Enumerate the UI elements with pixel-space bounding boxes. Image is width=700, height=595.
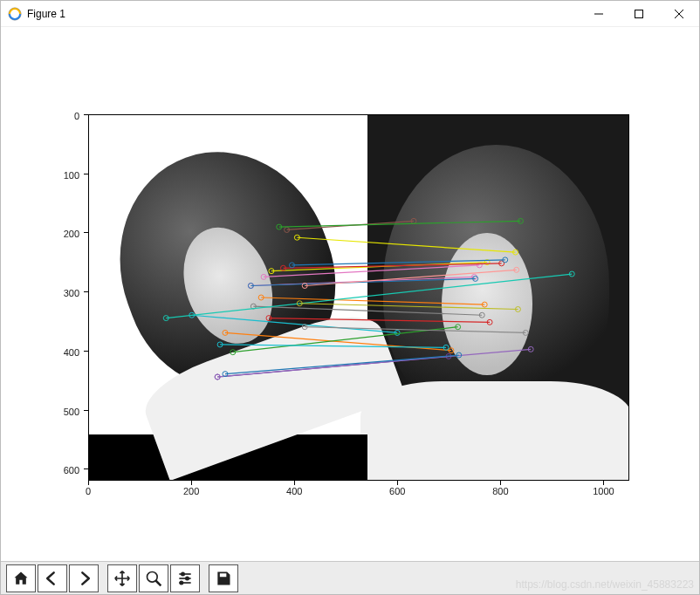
figure-window: Figure 1: [0, 0, 700, 595]
match-line: [220, 345, 446, 347]
window-title: Figure 1: [27, 8, 65, 20]
x-tick-label: 1000: [593, 486, 614, 496]
match-line: [297, 237, 515, 252]
x-tick-label: 0: [86, 486, 91, 496]
forward-button[interactable]: [69, 564, 99, 592]
y-tick-label: 0: [45, 111, 79, 121]
x-tick-label: 400: [286, 486, 302, 496]
x-tick-label: 200: [183, 486, 199, 496]
match-line: [299, 304, 518, 310]
match-line: [225, 332, 451, 350]
save-button[interactable]: [209, 564, 238, 592]
x-tick-label: 800: [492, 486, 508, 496]
minimize-button[interactable]: [579, 1, 619, 26]
home-button[interactable]: [6, 564, 36, 592]
svg-point-11: [186, 577, 189, 579]
y-tick-label: 300: [45, 288, 79, 298]
match-line: [225, 355, 459, 374]
nav-toolbar: https://blog.csdn.net/weixin_45883223: [1, 561, 699, 594]
match-line: [250, 278, 475, 285]
match-line: [269, 318, 490, 323]
y-tick-label: 600: [45, 465, 79, 475]
pan-button[interactable]: [107, 564, 137, 592]
svg-rect-2: [635, 10, 643, 17]
y-tick-label: 200: [45, 229, 79, 239]
y-tick-label: 100: [45, 170, 79, 181]
close-button[interactable]: [659, 1, 699, 26]
match-lines-layer: [89, 115, 628, 480]
axes[interactable]: 020040060080010000100200300400500600: [88, 114, 629, 481]
svg-point-12: [180, 581, 182, 584]
app-icon: [8, 7, 22, 21]
figure-canvas[interactable]: 020040060080010000100200300400500600: [1, 27, 699, 561]
configure-button[interactable]: [170, 564, 200, 592]
watermark: https://blog.csdn.net/weixin_45883223: [516, 578, 694, 591]
svg-point-5: [148, 571, 158, 582]
window-controls: [579, 1, 699, 26]
match-line: [261, 298, 484, 304]
y-tick-label: 400: [45, 347, 79, 358]
match-line: [192, 315, 397, 332]
y-tick-label: 500: [45, 407, 79, 417]
svg-line-6: [156, 580, 161, 585]
maximize-button[interactable]: [619, 1, 659, 26]
titlebar: Figure 1: [1, 1, 699, 27]
svg-point-10: [182, 572, 184, 575]
back-button[interactable]: [38, 564, 67, 592]
zoom-button[interactable]: [139, 564, 168, 592]
match-line: [217, 349, 531, 377]
x-tick-label: 600: [389, 486, 405, 496]
